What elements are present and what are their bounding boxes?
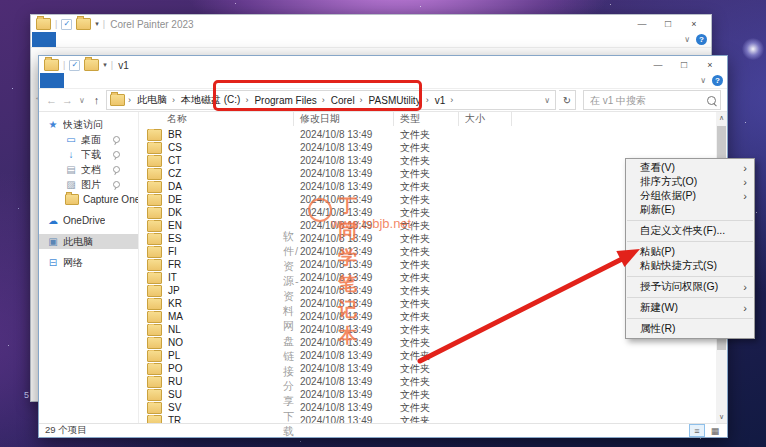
- tab-view[interactable]: [112, 73, 136, 88]
- sidebar-item-desktop[interactable]: ▭ 桌面: [39, 132, 138, 147]
- folder-icon: [147, 155, 162, 167]
- minimize-button[interactable]: —: [629, 17, 655, 31]
- refresh-button[interactable]: ↻: [559, 90, 576, 110]
- sidebar-item-network[interactable]: ⊟ 网络: [39, 255, 138, 270]
- quick-access-toolbar: | ✓ ▾ |: [36, 18, 105, 30]
- submenu-arrow-icon: ›: [743, 282, 747, 292]
- file-row[interactable]: BR 2024/10/8 13:49 文件夹: [139, 128, 716, 141]
- scroll-up-icon[interactable]: ∧: [716, 112, 727, 124]
- tab-share[interactable]: [80, 32, 104, 47]
- tab-file[interactable]: [32, 32, 56, 47]
- help-icon[interactable]: ?: [696, 34, 707, 45]
- onedrive-cloud-icon: ☁: [46, 216, 60, 226]
- desktop-stars: [0, 0, 1, 1]
- tab-file[interactable]: [40, 73, 64, 88]
- customize-toolbar-arrow-icon[interactable]: ▾: [103, 61, 107, 69]
- menu-item-customize-folder[interactable]: 自定义文件夹(F)...: [626, 224, 754, 238]
- address-bar[interactable]: › 此电脑 › 本地磁盘 (C:) › Program Files › Core…: [106, 90, 556, 110]
- file-row[interactable]: TR 2024/10/8 13:49 文件夹: [139, 414, 716, 423]
- tab-share[interactable]: [88, 73, 112, 88]
- column-header-size[interactable]: 大小: [459, 112, 512, 126]
- sidebar-item-documents[interactable]: ▤ 文档: [39, 162, 138, 177]
- properties-check-icon[interactable]: ✓: [69, 60, 80, 71]
- computer-icon: ▣: [46, 237, 60, 247]
- window-folder-icon: [44, 59, 59, 71]
- menu-item-new[interactable]: 新建(W) ›: [626, 301, 754, 315]
- close-button[interactable]: ×: [697, 58, 723, 72]
- thumbnails-view-button[interactable]: ▦: [707, 424, 723, 437]
- sidebar-item-downloads[interactable]: ↓ 下载: [39, 147, 138, 162]
- breadcrumb-local-disk-c[interactable]: 本地磁盘 (C:) ›: [177, 93, 249, 107]
- properties-check-icon[interactable]: ✓: [61, 19, 72, 30]
- column-header-date-modified[interactable]: 修改日期: [294, 112, 394, 126]
- maximize-button[interactable]: □: [671, 58, 697, 72]
- network-icon: ⊟: [46, 258, 60, 268]
- forward-button[interactable]: →: [61, 94, 74, 106]
- address-dropdown-icon[interactable]: ∨: [541, 96, 553, 105]
- breadcrumb-corel[interactable]: Corel ›: [327, 95, 364, 106]
- menu-separator: [627, 297, 753, 298]
- file-row[interactable]: PO 2024/10/8 13:49 文件夹: [139, 362, 716, 375]
- new-folder-icon[interactable]: [84, 59, 99, 71]
- file-row[interactable]: CS 2024/10/8 13:49 文件夹: [139, 141, 716, 154]
- breadcrumb-this-pc[interactable]: 此电脑 ›: [133, 93, 176, 107]
- column-header-name[interactable]: 名称: [139, 112, 294, 126]
- sidebar-item-onedrive[interactable]: ☁ OneDrive: [39, 213, 138, 228]
- menu-item-give-access[interactable]: 授予访问权限(G) ›: [626, 280, 754, 294]
- back-button[interactable]: ←: [45, 94, 58, 106]
- document-icon: ▤: [64, 165, 78, 175]
- breadcrumb-chevron-icon: ›: [359, 95, 364, 105]
- file-row[interactable]: SU 2024/10/8 13:49 文件夹: [139, 388, 716, 401]
- sidebar-item-this-pc[interactable]: ▣ 此电脑: [39, 234, 138, 249]
- breadcrumb-program-files[interactable]: Program Files ›: [250, 95, 325, 106]
- breadcrumb-chevron-icon: ›: [321, 95, 326, 105]
- tab-home[interactable]: [56, 32, 80, 47]
- search-icon[interactable]: [707, 96, 716, 105]
- item-count: 29 个项目: [45, 424, 87, 437]
- folder-icon: [147, 402, 162, 414]
- menu-item-view[interactable]: 查看(V) ›: [626, 161, 754, 175]
- recent-locations-dropdown-icon[interactable]: ∨: [77, 96, 87, 105]
- menu-item-properties[interactable]: 属性(R): [626, 322, 754, 336]
- search-input[interactable]: [588, 94, 704, 107]
- up-button[interactable]: ↑: [90, 94, 103, 106]
- file-row[interactable]: SV 2024/10/8 13:49 文件夹: [139, 401, 716, 414]
- breadcrumb-chevron-icon: ›: [425, 95, 430, 105]
- breadcrumb-pasmutility[interactable]: PASMUtility ›: [365, 95, 430, 106]
- pin-icon: [113, 181, 120, 188]
- caption-controls: — □ ×: [629, 17, 707, 31]
- maximize-button[interactable]: □: [655, 17, 681, 31]
- ribbon-collapse-icon[interactable]: ∨: [700, 76, 706, 85]
- tab-view[interactable]: [104, 32, 128, 47]
- desktop-artifact-label: 5: [24, 390, 29, 400]
- tab-home[interactable]: [64, 73, 88, 88]
- file-row[interactable]: PL 2024/10/8 13:49 文件夹: [139, 349, 716, 362]
- ribbon-tabs: ∨ ?: [39, 73, 727, 89]
- folder-icon: [147, 207, 162, 219]
- close-button[interactable]: ×: [681, 17, 707, 31]
- sidebar-item-quick-access[interactable]: ★ 快速访问: [39, 117, 138, 132]
- menu-item-paste-shortcut[interactable]: 粘贴快捷方式(S): [626, 259, 754, 273]
- menu-item-refresh[interactable]: 刷新(E): [626, 203, 754, 217]
- menu-item-sort-by[interactable]: 排序方式(O) ›: [626, 175, 754, 189]
- folder-icon: [147, 272, 162, 284]
- help-icon[interactable]: ?: [712, 75, 723, 86]
- details-view-button[interactable]: ≡: [689, 424, 705, 437]
- sidebar-item-capture-one-sess[interactable]: Capture One Sess: [39, 192, 138, 207]
- minimize-button[interactable]: —: [645, 58, 671, 72]
- folder-icon: [147, 389, 162, 401]
- separator: |: [111, 60, 113, 70]
- scroll-down-icon[interactable]: ∨: [716, 411, 727, 423]
- column-header-type[interactable]: 类型: [394, 112, 459, 126]
- menu-separator: [627, 220, 753, 221]
- sidebar-item-pictures[interactable]: ▨ 图片: [39, 177, 138, 192]
- menu-item-paste[interactable]: 粘贴(P): [626, 245, 754, 259]
- folder-icon: [147, 285, 162, 297]
- ribbon-collapse-icon[interactable]: ∨: [684, 35, 690, 44]
- menu-item-group-by[interactable]: 分组依据(P) ›: [626, 189, 754, 203]
- file-row[interactable]: RU 2024/10/8 13:49 文件夹: [139, 375, 716, 388]
- new-folder-icon[interactable]: [76, 18, 91, 30]
- menu-separator: [627, 241, 753, 242]
- customize-toolbar-arrow-icon[interactable]: ▾: [95, 20, 99, 28]
- breadcrumb-v1[interactable]: v1 ›: [431, 95, 455, 106]
